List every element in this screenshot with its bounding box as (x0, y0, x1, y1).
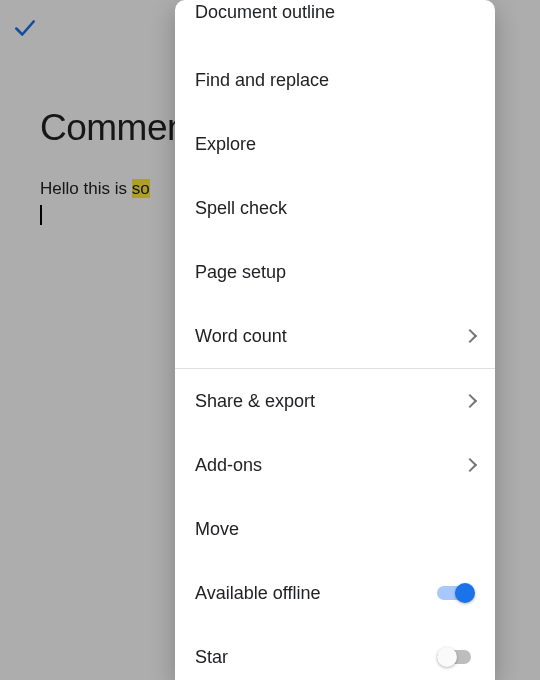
menu-item-document-outline[interactable]: Document outline (175, 0, 495, 48)
menu-item-label: Document outline (195, 2, 335, 23)
menu-item-star[interactable]: Star (175, 625, 495, 680)
menu-item-label: Page setup (195, 262, 286, 283)
chevron-right-icon (463, 394, 477, 408)
menu-item-label: Word count (195, 326, 287, 347)
chevron-right-icon (463, 329, 477, 343)
toggle-knob (455, 583, 475, 603)
menu-item-label: Spell check (195, 198, 287, 219)
menu-item-page-setup[interactable]: Page setup (175, 240, 495, 304)
menu-item-spell-check[interactable]: Spell check (175, 176, 495, 240)
star-toggle[interactable] (437, 647, 475, 667)
menu-item-word-count[interactable]: Word count (175, 304, 495, 368)
offline-toggle[interactable] (437, 583, 475, 603)
chevron-right-icon (463, 458, 477, 472)
overflow-menu: Document outline Find and replace Explor… (175, 0, 495, 680)
menu-item-label: Find and replace (195, 70, 329, 91)
menu-item-label: Star (195, 647, 228, 668)
menu-item-add-ons[interactable]: Add-ons (175, 433, 495, 497)
menu-item-find-replace[interactable]: Find and replace (175, 48, 495, 112)
menu-item-label: Share & export (195, 391, 315, 412)
menu-item-explore[interactable]: Explore (175, 112, 495, 176)
menu-item-move[interactable]: Move (175, 497, 495, 561)
toggle-knob (437, 647, 457, 667)
menu-item-label: Add-ons (195, 455, 262, 476)
menu-item-label: Move (195, 519, 239, 540)
menu-item-label: Available offline (195, 583, 320, 604)
menu-item-label: Explore (195, 134, 256, 155)
menu-item-share-export[interactable]: Share & export (175, 369, 495, 433)
menu-item-available-offline[interactable]: Available offline (175, 561, 495, 625)
